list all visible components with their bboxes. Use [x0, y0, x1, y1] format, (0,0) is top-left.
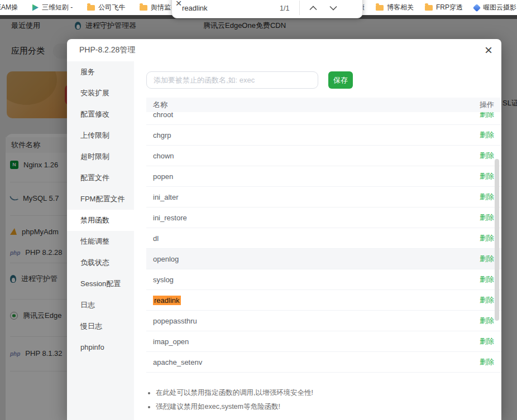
- table-row: chroot 删除: [146, 112, 501, 125]
- delete-link[interactable]: 删除: [480, 274, 494, 284]
- find-previous-button[interactable]: [307, 2, 319, 13]
- divider: [299, 1, 300, 15]
- chevron-up-icon: [309, 6, 317, 11]
- screen: 最近使用 进程守护管理器 腾讯云EdgeOne免费CDN 应用分类: [0, 0, 517, 420]
- table-row: imap_open 删除: [146, 331, 501, 352]
- dialog-title: PHP-8.2.28管理: [79, 45, 135, 55]
- table-row: popen 删除: [146, 166, 501, 187]
- function-name: apache_setenv: [153, 358, 202, 366]
- bookmarks-left-group: EAM操 三维短剧 - 公司飞牛 舆情监控: [0, 0, 178, 15]
- sidebar-item[interactable]: 慢日志: [67, 316, 134, 337]
- delete-link[interactable]: 删除: [480, 112, 494, 119]
- column-action: 操作: [480, 100, 494, 110]
- folder-icon: [140, 5, 147, 11]
- php-manager-dialog: PHP-8.2.28管理 × 服务 安装扩展 配置修改 上传限制: [67, 39, 501, 420]
- note-item: 在此处可以禁用指定函数的调用,以增强环境安全性!: [156, 388, 501, 398]
- function-name: imap_open: [153, 337, 189, 346]
- delete-link[interactable]: 删除: [480, 192, 494, 202]
- close-icon: ×: [175, 0, 181, 9]
- table-row: ini_alter 删除: [146, 187, 501, 207]
- dialog-header: PHP-8.2.28管理: [67, 39, 501, 61]
- function-list: chroot 删除 chgrp 删除 chown 删除 popen: [146, 112, 501, 373]
- folder-icon: [376, 5, 384, 11]
- close-icon: ×: [485, 42, 492, 57]
- sidebar-item[interactable]: 日志: [67, 295, 134, 316]
- scrollbar-thumb[interactable]: [495, 159, 499, 321]
- sidebar-item[interactable]: FPM配置文件: [67, 189, 134, 210]
- delete-link[interactable]: 删除: [480, 130, 494, 140]
- delete-link[interactable]: 删除: [480, 171, 494, 181]
- bookmark-item[interactable]: 三维短剧 -: [32, 3, 73, 12]
- play-icon: [32, 4, 39, 11]
- delete-link[interactable]: 删除: [480, 254, 494, 264]
- sidebar-item[interactable]: 配置文件: [67, 167, 134, 189]
- sidebar-item[interactable]: 超时限制: [67, 146, 134, 167]
- function-name: popen: [153, 172, 173, 181]
- delete-link[interactable]: 删除: [480, 213, 494, 223]
- column-name: 名称: [153, 100, 167, 110]
- function-name: chown: [153, 152, 174, 160]
- chevron-down-icon: [329, 6, 337, 11]
- function-name: chroot: [153, 112, 173, 119]
- bookmark-item[interactable]: EAM操: [0, 3, 18, 12]
- table-row: readlink 删除: [146, 290, 501, 311]
- sidebar-item[interactable]: 配置修改: [67, 104, 134, 125]
- sidebar-item[interactable]: 安装扩展: [67, 83, 134, 104]
- find-query-input[interactable]: readlink: [182, 4, 208, 12]
- folder-icon: [87, 5, 95, 11]
- table-row: ini_restore 删除: [146, 207, 501, 228]
- function-name: openlog: [153, 255, 179, 263]
- function-name: readlink: [153, 296, 181, 305]
- sidebar-item[interactable]: 服务: [67, 61, 134, 83]
- notes-list: 在此处可以禁用指定函数的调用,以增强环境安全性! 强烈建议禁用如exec,sys…: [149, 388, 501, 412]
- save-button[interactable]: 保存: [328, 71, 353, 89]
- bookmark-item[interactable]: 博客相关: [376, 3, 414, 12]
- function-name-input[interactable]: [146, 71, 318, 89]
- delete-link[interactable]: 删除: [480, 295, 494, 305]
- function-name: popepassthru: [153, 317, 197, 325]
- diamond-icon: [473, 3, 481, 11]
- delete-link[interactable]: 删除: [480, 336, 494, 346]
- table-row: apache_setenv 删除: [146, 352, 501, 373]
- sidebar-item[interactable]: 上传限制: [67, 125, 134, 146]
- folder-icon: [425, 5, 433, 11]
- dialog-sidebar: 服务 安装扩展 配置修改 上传限制 超时限制 配置: [67, 61, 134, 420]
- sidebar-item[interactable]: 负载状态: [67, 252, 134, 273]
- function-name: dl: [153, 234, 159, 243]
- bookmark-item[interactable]: 喔图云摄影: [474, 3, 516, 12]
- delete-link[interactable]: 删除: [480, 357, 494, 367]
- sidebar-item[interactable]: 性能调整: [67, 231, 134, 252]
- table-row: popepassthru 删除: [146, 311, 501, 331]
- sidebar-item[interactable]: 禁用函数: [67, 210, 134, 231]
- bookmarks-right-group: 康 博客相关 FRP穿透 喔图云摄影: [358, 0, 516, 15]
- note-item: 强烈建议禁用如exec,system等危险函数!: [156, 402, 501, 412]
- delete-link[interactable]: 删除: [480, 316, 494, 326]
- find-next-button[interactable]: [327, 2, 339, 13]
- find-match-count: 1/1: [280, 4, 289, 12]
- find-bar[interactable]: readlink 1/1 ×: [171, 0, 363, 18]
- disabled-functions-panel: 保存 名称 操作 chroot 删除 chgrp 删除: [134, 61, 501, 420]
- sidebar-item[interactable]: phpinfo: [67, 337, 134, 358]
- table-row: syslog 删除: [146, 269, 501, 290]
- delete-link[interactable]: 删除: [480, 233, 494, 243]
- delete-link[interactable]: 删除: [480, 151, 494, 161]
- function-name: syslog: [153, 276, 174, 284]
- function-name: ini_restore: [153, 214, 187, 222]
- table-header: 名称 操作: [146, 98, 501, 112]
- table-row: chgrp 删除: [146, 125, 501, 146]
- function-name: ini_alter: [153, 193, 179, 201]
- toolbar: 保存: [146, 71, 501, 89]
- bookmark-item[interactable]: FRP穿透: [425, 3, 463, 12]
- function-name: chgrp: [153, 131, 171, 139]
- table-row: dl 删除: [146, 228, 501, 249]
- table-row: openlog 删除: [146, 249, 501, 269]
- bookmark-item[interactable]: 公司飞牛: [87, 3, 125, 12]
- dialog-close-button[interactable]: ×: [485, 43, 492, 57]
- table-row: chown 删除: [146, 146, 501, 166]
- sidebar-item[interactable]: Session配置: [67, 273, 134, 295]
